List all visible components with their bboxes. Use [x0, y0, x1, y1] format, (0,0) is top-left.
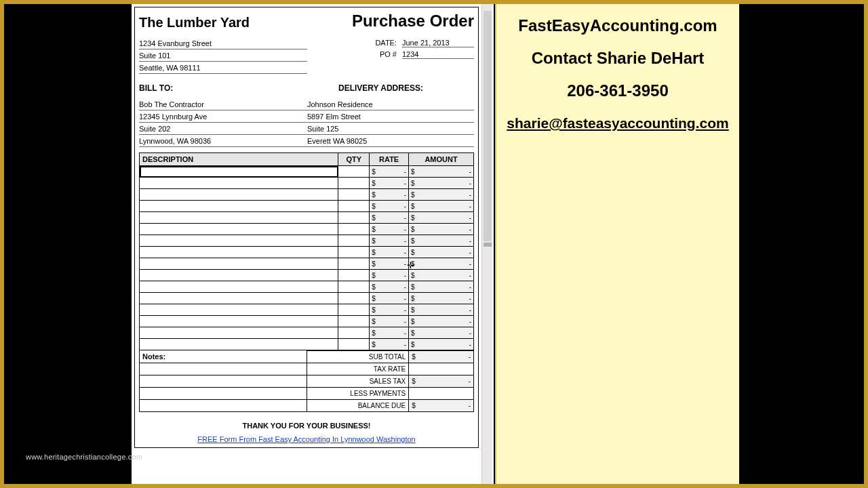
qty-cell[interactable] [338, 304, 370, 316]
delivery-block: Johnson Residence 5897 Elm Street Suite … [307, 98, 474, 147]
po-label: PO # [307, 50, 402, 59]
qty-cell[interactable] [338, 293, 370, 304]
qty-cell[interactable] [338, 189, 370, 201]
address-columns: Bob The Contractor 12345 Lynnburg Ave Su… [139, 98, 474, 147]
qty-cell[interactable] [338, 178, 370, 189]
spacer [139, 93, 474, 98]
letterbox-left [4, 4, 129, 484]
rate-cell: $- [370, 327, 409, 339]
table-row: $-$- [140, 166, 474, 178]
table-row: $-$- [140, 316, 474, 327]
rate-cell: $- [370, 224, 409, 235]
col-amount: AMOUNT [409, 153, 474, 166]
qty-cell[interactable] [338, 281, 370, 293]
thank-you: THANK YOU FOR YOUR BUSINESS! [139, 422, 474, 430]
taxrate-label: TAX RATE [307, 363, 409, 375]
contact-email[interactable]: sharie@fasteasyaccounting.com [503, 115, 732, 131]
qty-cell[interactable] [338, 270, 370, 281]
qty-cell[interactable] [338, 316, 370, 327]
qty-cell[interactable] [338, 201, 370, 212]
order-meta: DATE: June 21, 2013 PO # 1234 [307, 37, 474, 74]
rate-cell: $- [370, 270, 409, 281]
rate-cell: $- [370, 247, 409, 258]
qty-cell[interactable] [338, 258, 370, 270]
company-address: 1234 Evanburg Street Suite 101 Seattle, … [139, 37, 307, 74]
purchase-order-form: The Lumber Yard Purchase Order 1234 Evan… [134, 7, 479, 448]
desc-cell[interactable] [140, 327, 338, 339]
desc-cell[interactable] [140, 258, 338, 270]
company-name: The Lumber Yard [139, 15, 250, 30]
qty-cell[interactable] [338, 212, 370, 224]
amount-cell: $- [409, 212, 474, 224]
site-name: FastEasyAccounting.com [503, 16, 732, 35]
table-row: $-$- [140, 201, 474, 212]
qty-cell[interactable] [338, 339, 370, 350]
desc-cell[interactable] [140, 304, 338, 316]
note-line[interactable] [139, 375, 307, 388]
amount-cell: $- [409, 224, 474, 235]
table-row: $-$- [140, 293, 474, 304]
table-row: $-$- [140, 178, 474, 189]
rate-cell: $- [370, 201, 409, 212]
amount-cell: $- [409, 281, 474, 293]
desc-cell[interactable] [140, 212, 338, 224]
amount-cell: $- [409, 258, 474, 270]
desc-cell[interactable] [140, 178, 338, 189]
desc-cell[interactable] [140, 316, 338, 327]
table-row: $-$- [140, 258, 474, 270]
rate-cell: $- [370, 316, 409, 327]
scrollbar[interactable] [481, 4, 492, 484]
desc-cell[interactable] [140, 201, 338, 212]
desc-cell[interactable] [140, 189, 338, 201]
company-addr-line: Seattle, WA 98111 [139, 62, 307, 74]
qty-cell[interactable] [338, 247, 370, 258]
rate-cell: $- [370, 339, 409, 350]
scrollbar-nub [484, 243, 492, 247]
billto-line: Lynnwood, WA 98036 [139, 135, 307, 147]
contact-phone: 206-361-3950 [503, 81, 732, 100]
qty-cell[interactable] [338, 327, 370, 339]
rate-cell: $- [370, 258, 409, 270]
totals-table: SUB TOTAL $- TAX RATE SALES TAX $- LE [307, 350, 474, 412]
qty-cell[interactable] [338, 224, 370, 235]
form-header: The Lumber Yard Purchase Order [139, 12, 474, 30]
lesspayments-value[interactable] [409, 388, 474, 400]
desc-cell[interactable] [140, 270, 338, 281]
note-line[interactable] [139, 400, 307, 412]
col-description: DESCRIPTION [140, 153, 338, 166]
desc-cell[interactable] [140, 293, 338, 304]
amount-cell: $- [409, 235, 474, 247]
desc-cell[interactable] [140, 224, 338, 235]
stage: The Lumber Yard Purchase Order 1234 Evan… [0, 0, 868, 488]
rate-cell: $- [370, 304, 409, 316]
desc-cell[interactable] [140, 235, 338, 247]
header-address-meta: 1234 Evanburg Street Suite 101 Seattle, … [139, 37, 474, 74]
table-row: $-$- [140, 235, 474, 247]
watermark: www.heritagechristiancollege.com [26, 453, 142, 461]
amount-cell: $- [409, 293, 474, 304]
desc-cell[interactable] [140, 281, 338, 293]
qty-cell[interactable] [338, 235, 370, 247]
amount-cell: $- [409, 327, 474, 339]
rate-cell: $- [370, 212, 409, 224]
desc-cell[interactable] [140, 166, 338, 178]
info-panel: FastEasyAccounting.com Contact Sharie De… [495, 4, 739, 484]
free-form-link[interactable]: FREE Form From Fast Easy Accounting In L… [139, 435, 474, 443]
totals-area: Notes: SUB TOTAL $- TAX RATE [139, 350, 474, 412]
scrollbar-thumb[interactable] [484, 11, 492, 241]
rate-cell: $- [370, 166, 409, 178]
note-line[interactable] [139, 363, 307, 375]
line-items-table: DESCRIPTION QTY RATE AMOUNT $-$-$-$-$-$-… [139, 152, 474, 350]
salestax-value: $- [409, 375, 474, 388]
desc-cell[interactable] [140, 339, 338, 350]
rate-cell: $- [370, 281, 409, 293]
letterbox-right [739, 4, 864, 484]
rate-cell: $- [370, 235, 409, 247]
delivery-line: Suite 125 [307, 123, 474, 135]
taxrate-value[interactable] [409, 363, 474, 375]
amount-cell: $- [409, 316, 474, 327]
desc-cell[interactable] [140, 247, 338, 258]
qty-cell[interactable] [338, 166, 370, 178]
salestax-label: SALES TAX [307, 375, 409, 388]
note-line[interactable] [139, 388, 307, 400]
